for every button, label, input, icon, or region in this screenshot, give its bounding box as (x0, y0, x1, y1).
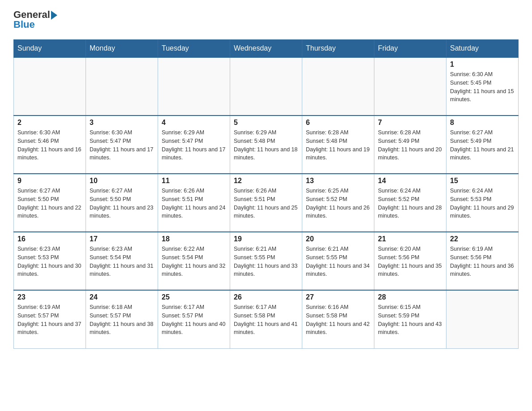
calendar-cell: 16Sunrise: 6:23 AMSunset: 5:53 PMDayligh… (14, 232, 86, 290)
day-number: 26 (234, 293, 298, 301)
day-info: Sunrise: 6:27 AMSunset: 5:50 PMDaylight:… (17, 187, 82, 220)
day-number: 15 (450, 177, 515, 185)
day-number: 8 (450, 119, 515, 127)
calendar-cell: 10Sunrise: 6:27 AMSunset: 5:50 PMDayligh… (86, 174, 158, 232)
day-info: Sunrise: 6:21 AMSunset: 5:55 PMDaylight:… (234, 245, 298, 278)
day-info: Sunrise: 6:30 AMSunset: 5:45 PMDaylight:… (450, 70, 515, 104)
day-info: Sunrise: 6:19 AMSunset: 5:56 PMDaylight:… (450, 245, 515, 278)
calendar-cell: 25Sunrise: 6:17 AMSunset: 5:57 PMDayligh… (158, 290, 230, 348)
calendar-cell: 18Sunrise: 6:22 AMSunset: 5:54 PMDayligh… (158, 232, 230, 290)
day-number: 27 (306, 293, 370, 301)
calendar-cell: 19Sunrise: 6:21 AMSunset: 5:55 PMDayligh… (230, 232, 302, 290)
week-row-2: 2Sunrise: 6:30 AMSunset: 5:46 PMDaylight… (14, 116, 519, 174)
calendar-cell: 28Sunrise: 6:15 AMSunset: 5:59 PMDayligh… (374, 290, 446, 348)
calendar-cell (446, 290, 519, 348)
calendar-cell: 2Sunrise: 6:30 AMSunset: 5:46 PMDaylight… (14, 116, 86, 174)
day-number: 6 (306, 119, 370, 127)
day-info: Sunrise: 6:30 AMSunset: 5:46 PMDaylight:… (17, 128, 82, 162)
calendar-cell: 3Sunrise: 6:30 AMSunset: 5:47 PMDaylight… (86, 116, 158, 174)
header-tuesday: Tuesday (158, 40, 230, 58)
logo: General Blue (13, 9, 57, 30)
page-header: General Blue (13, 9, 519, 30)
calendar-cell: 17Sunrise: 6:23 AMSunset: 5:54 PMDayligh… (86, 232, 158, 290)
day-info: Sunrise: 6:23 AMSunset: 5:53 PMDaylight:… (17, 245, 82, 278)
header-thursday: Thursday (302, 40, 374, 58)
calendar-cell: 8Sunrise: 6:27 AMSunset: 5:49 PMDaylight… (446, 116, 519, 174)
day-info: Sunrise: 6:15 AMSunset: 5:59 PMDaylight:… (378, 303, 442, 337)
calendar-cell: 12Sunrise: 6:26 AMSunset: 5:51 PMDayligh… (230, 174, 302, 232)
calendar-cell (86, 57, 158, 116)
calendar-cell: 15Sunrise: 6:24 AMSunset: 5:53 PMDayligh… (446, 174, 519, 232)
day-info: Sunrise: 6:26 AMSunset: 5:51 PMDaylight:… (234, 187, 298, 220)
header-sunday: Sunday (14, 40, 86, 58)
logo-blue-text: Blue (13, 19, 57, 30)
day-number: 7 (378, 119, 442, 127)
calendar-cell: 14Sunrise: 6:24 AMSunset: 5:52 PMDayligh… (374, 174, 446, 232)
day-number: 20 (306, 235, 370, 243)
day-number: 11 (162, 177, 226, 185)
calendar-cell: 27Sunrise: 6:16 AMSunset: 5:58 PMDayligh… (302, 290, 374, 348)
day-info: Sunrise: 6:30 AMSunset: 5:47 PMDaylight:… (90, 128, 154, 162)
day-info: Sunrise: 6:16 AMSunset: 5:58 PMDaylight:… (306, 303, 370, 337)
header-wednesday: Wednesday (230, 40, 302, 58)
calendar-cell: 26Sunrise: 6:17 AMSunset: 5:58 PMDayligh… (230, 290, 302, 348)
day-info: Sunrise: 6:21 AMSunset: 5:55 PMDaylight:… (306, 245, 370, 278)
calendar-cell: 9Sunrise: 6:27 AMSunset: 5:50 PMDaylight… (14, 174, 86, 232)
calendar-cell: 20Sunrise: 6:21 AMSunset: 5:55 PMDayligh… (302, 232, 374, 290)
week-row-4: 16Sunrise: 6:23 AMSunset: 5:53 PMDayligh… (14, 232, 519, 290)
calendar-cell: 4Sunrise: 6:29 AMSunset: 5:47 PMDaylight… (158, 116, 230, 174)
day-info: Sunrise: 6:25 AMSunset: 5:52 PMDaylight:… (306, 187, 370, 220)
day-number: 16 (17, 235, 82, 243)
day-number: 22 (450, 235, 515, 243)
calendar-cell: 21Sunrise: 6:20 AMSunset: 5:56 PMDayligh… (374, 232, 446, 290)
calendar-table: Sunday Monday Tuesday Wednesday Thursday… (13, 39, 519, 349)
day-number: 4 (162, 119, 226, 127)
day-number: 10 (90, 177, 154, 185)
day-number: 12 (234, 177, 298, 185)
day-info: Sunrise: 6:29 AMSunset: 5:47 PMDaylight:… (162, 128, 226, 162)
calendar-cell: 13Sunrise: 6:25 AMSunset: 5:52 PMDayligh… (302, 174, 374, 232)
day-number: 9 (17, 177, 82, 185)
day-number: 13 (306, 177, 370, 185)
calendar-cell (230, 57, 302, 116)
day-info: Sunrise: 6:26 AMSunset: 5:51 PMDaylight:… (162, 187, 226, 220)
day-number: 25 (162, 293, 226, 301)
calendar-cell: 23Sunrise: 6:19 AMSunset: 5:57 PMDayligh… (14, 290, 86, 348)
day-info: Sunrise: 6:17 AMSunset: 5:58 PMDaylight:… (234, 303, 298, 337)
weekday-header-row: Sunday Monday Tuesday Wednesday Thursday… (14, 40, 519, 58)
day-info: Sunrise: 6:19 AMSunset: 5:57 PMDaylight:… (17, 303, 82, 337)
day-info: Sunrise: 6:24 AMSunset: 5:52 PMDaylight:… (378, 187, 442, 220)
day-info: Sunrise: 6:24 AMSunset: 5:53 PMDaylight:… (450, 187, 515, 220)
header-friday: Friday (374, 40, 446, 58)
day-number: 18 (162, 235, 226, 243)
day-info: Sunrise: 6:20 AMSunset: 5:56 PMDaylight:… (378, 245, 442, 278)
day-info: Sunrise: 6:23 AMSunset: 5:54 PMDaylight:… (90, 245, 154, 278)
day-info: Sunrise: 6:27 AMSunset: 5:49 PMDaylight:… (450, 128, 515, 162)
calendar-cell: 11Sunrise: 6:26 AMSunset: 5:51 PMDayligh… (158, 174, 230, 232)
day-number: 28 (378, 293, 442, 301)
day-number: 19 (234, 235, 298, 243)
week-row-5: 23Sunrise: 6:19 AMSunset: 5:57 PMDayligh… (14, 290, 519, 348)
calendar-cell (158, 57, 230, 116)
calendar-cell (302, 57, 374, 116)
week-row-1: 1Sunrise: 6:30 AMSunset: 5:45 PMDaylight… (14, 57, 519, 116)
day-number: 5 (234, 119, 298, 127)
day-number: 21 (378, 235, 442, 243)
header-saturday: Saturday (446, 40, 519, 58)
day-info: Sunrise: 6:28 AMSunset: 5:49 PMDaylight:… (378, 128, 442, 162)
day-info: Sunrise: 6:18 AMSunset: 5:57 PMDaylight:… (90, 303, 154, 337)
calendar-cell: 22Sunrise: 6:19 AMSunset: 5:56 PMDayligh… (446, 232, 519, 290)
day-number: 24 (90, 293, 154, 301)
calendar-cell: 1Sunrise: 6:30 AMSunset: 5:45 PMDaylight… (446, 57, 519, 116)
calendar-cell (14, 57, 86, 116)
week-row-3: 9Sunrise: 6:27 AMSunset: 5:50 PMDaylight… (14, 174, 519, 232)
day-number: 14 (378, 177, 442, 185)
header-monday: Monday (86, 40, 158, 58)
day-number: 17 (90, 235, 154, 243)
day-info: Sunrise: 6:27 AMSunset: 5:50 PMDaylight:… (90, 187, 154, 220)
calendar-cell: 6Sunrise: 6:28 AMSunset: 5:48 PMDaylight… (302, 116, 374, 174)
calendar-cell (374, 57, 446, 116)
day-number: 23 (17, 293, 82, 301)
day-info: Sunrise: 6:28 AMSunset: 5:48 PMDaylight:… (306, 128, 370, 162)
day-number: 2 (17, 119, 82, 127)
